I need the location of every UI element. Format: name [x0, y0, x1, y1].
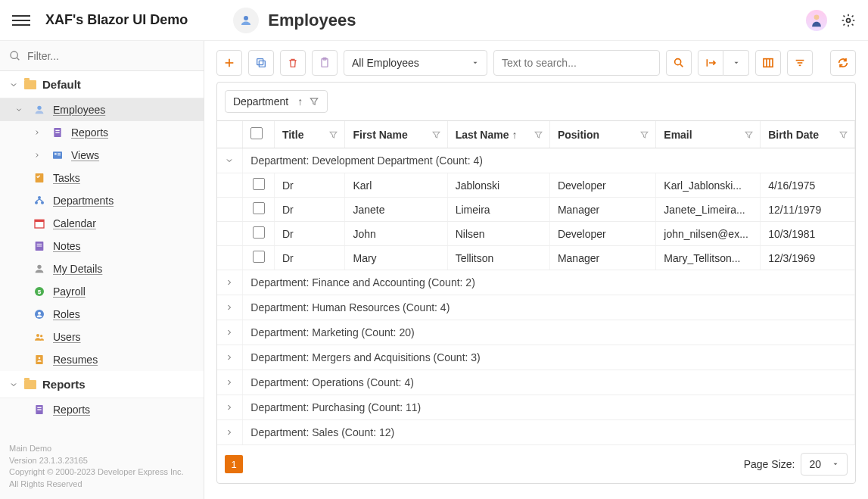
group-row[interactable]: Department: Purchasing (Count: 11) — [217, 395, 855, 420]
brand-title: XAF's Blazor UI Demo — [45, 12, 188, 28]
cell-title: Dr — [274, 246, 345, 270]
folder-icon — [24, 380, 36, 389]
sidebar-item-views[interactable]: Views — [0, 144, 204, 167]
resumes-icon — [33, 354, 45, 366]
delete-button[interactable] — [280, 50, 306, 76]
views-icon — [51, 149, 64, 161]
refresh-button[interactable] — [830, 50, 856, 76]
sidebar-item-label: Users — [53, 331, 81, 343]
row-checkbox[interactable] — [253, 226, 265, 239]
sidebar-item-employees[interactable]: Employees — [0, 98, 204, 121]
menu-toggle[interactable] — [12, 11, 30, 30]
folder-icon — [24, 80, 36, 89]
filter-icon[interactable] — [838, 129, 848, 139]
cell-birth: 12/11/1979 — [761, 198, 855, 222]
table-row[interactable]: DrKarlJablonskiDeveloperKarl_Jablonski..… — [217, 173, 855, 198]
chevron-down-icon — [9, 380, 18, 389]
sidebar-item-label: Payroll — [53, 285, 86, 298]
sidebar-item-label: Views — [71, 149, 99, 161]
cell-first: Karl — [345, 173, 447, 198]
row-checkbox[interactable] — [253, 178, 265, 190]
sort-asc-icon: ↑ — [512, 129, 518, 141]
select-all-col[interactable] — [243, 121, 275, 148]
sidebar-item-resumes[interactable]: Resumes — [0, 348, 204, 371]
svg-point-2 — [847, 18, 851, 22]
cell-birth: 12/3/1969 — [761, 246, 855, 270]
group-row[interactable]: Department: Mergers and Acquisitions (Co… — [217, 345, 855, 370]
sidebar-item-payroll[interactable]: $Payroll — [0, 280, 204, 303]
sidebar-item-users[interactable]: Users — [0, 326, 204, 348]
cell-first: Janete — [345, 198, 447, 222]
cell-birth: 10/3/1981 — [761, 222, 855, 246]
row-checkbox[interactable] — [253, 202, 265, 214]
sidebar: Default EmployeesReportsViewsTasksDepart… — [0, 41, 204, 499]
table-row[interactable]: DrMaryTellitsonManagerMary_Tellitson...1… — [217, 246, 855, 270]
export-dropdown[interactable] — [723, 50, 749, 76]
group-row[interactable]: Department: Finance and Accounting (Coun… — [217, 270, 855, 295]
svg-rect-39 — [257, 59, 263, 65]
svg-line-17 — [36, 199, 39, 201]
search-input[interactable] — [502, 57, 652, 69]
sidebar-item-calendar[interactable]: Calendar — [0, 212, 204, 235]
filter-builder-button[interactable] — [787, 50, 813, 76]
user-avatar[interactable] — [806, 10, 827, 31]
svg-line-43 — [680, 64, 683, 67]
nav-group-default[interactable]: Default — [0, 71, 204, 98]
filter-icon[interactable] — [309, 96, 319, 107]
col-last-name[interactable]: Last Name↑ — [447, 121, 549, 148]
group-chip-department[interactable]: Department ↑ — [225, 90, 328, 113]
filter-icon[interactable] — [744, 129, 754, 139]
sidebar-item-label: Departments — [53, 195, 114, 207]
table-row[interactable]: DrJohnNilsenDeveloperjohn_nilsen@ex...10… — [217, 222, 855, 246]
view-selector[interactable]: All Employees — [344, 50, 487, 76]
new-button[interactable] — [216, 50, 242, 76]
notes-icon — [33, 240, 45, 252]
group-row[interactable]: Department: Marketing (Count: 20) — [217, 320, 855, 345]
col-email[interactable]: Email — [656, 121, 761, 148]
col-label: Position — [558, 129, 599, 141]
row-checkbox[interactable] — [253, 251, 265, 263]
svg-rect-13 — [36, 173, 44, 182]
sidebar-item-label: Calendar — [53, 217, 96, 229]
col-birth-date[interactable]: Birth Date — [761, 121, 855, 148]
sidebar-item-label: Notes — [53, 240, 81, 252]
clipboard-button[interactable] — [312, 50, 338, 76]
svg-rect-44 — [764, 59, 773, 67]
page-size-selector[interactable]: 20 — [801, 453, 848, 476]
sidebar-item-my-details[interactable]: My Details — [0, 257, 204, 280]
col-first-name[interactable]: First Name — [345, 121, 447, 148]
clone-button[interactable] — [248, 50, 274, 76]
col-label: First Name — [353, 129, 407, 141]
sidebar-item-reports[interactable]: Reports — [0, 121, 204, 144]
report-icon — [33, 404, 45, 416]
group-row[interactable]: Department: Operations (Count: 4) — [217, 370, 855, 395]
sidebar-item-reports[interactable]: Reports — [0, 398, 204, 421]
filter-icon[interactable] — [328, 129, 338, 139]
sidebar-item-tasks[interactable]: Tasks — [0, 167, 204, 189]
sidebar-item-label: Resumes — [53, 354, 98, 366]
page-1-button[interactable]: 1 — [225, 455, 243, 473]
gear-icon[interactable] — [841, 13, 856, 28]
filter-icon[interactable] — [431, 129, 441, 139]
pay-icon: $ — [33, 285, 45, 298]
group-row[interactable]: Department: Sales (Count: 12) — [217, 420, 855, 445]
employee-grid: TitleFirst NameLast Name↑PositionEmailBi… — [217, 121, 855, 445]
svg-point-15 — [35, 201, 38, 204]
table-row[interactable]: DrJaneteLimeiraManagerJanete_Limeira...1… — [217, 198, 855, 222]
filter-icon[interactable] — [534, 129, 543, 139]
search-button[interactable] — [666, 50, 692, 76]
sidebar-item-roles[interactable]: Roles — [0, 303, 204, 326]
nav-group-reports[interactable]: Reports — [0, 371, 204, 398]
group-row[interactable]: Department: Human Resources (Count: 4) — [217, 295, 855, 320]
sidebar-item-notes[interactable]: Notes — [0, 235, 204, 257]
col-position[interactable]: Position — [549, 121, 655, 148]
column-chooser-button[interactable] — [755, 50, 781, 76]
col-title[interactable]: Title — [274, 121, 345, 148]
group-row[interactable]: Department: Development Department (Coun… — [217, 148, 855, 173]
cell-email: Karl_Jablonski... — [656, 173, 761, 198]
svg-point-24 — [37, 265, 41, 269]
sidebar-item-departments[interactable]: Departments — [0, 189, 204, 212]
nav-filter-input[interactable] — [27, 50, 194, 62]
export-button[interactable] — [698, 50, 723, 76]
filter-icon[interactable] — [639, 129, 649, 139]
